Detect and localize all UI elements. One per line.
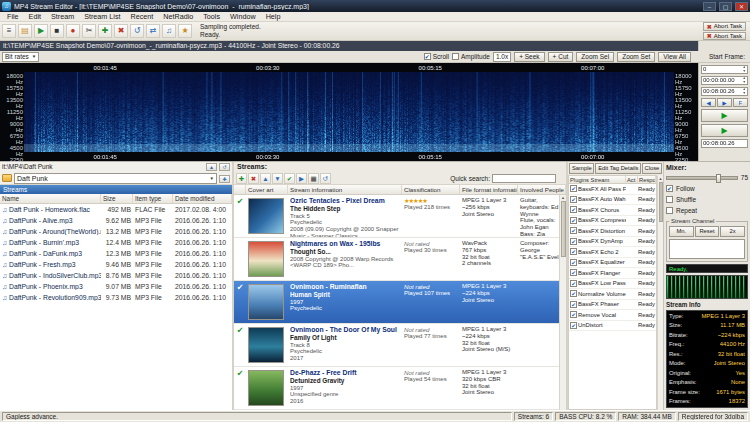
plugin-checkbox[interactable]: ✔ [570, 311, 577, 318]
abort-task-button-1[interactable]: ✖Abort Task [703, 22, 746, 31]
scrollbar-thumb[interactable] [561, 201, 566, 257]
end-time-input[interactable]: 00:08:00.26▲▼ [701, 87, 748, 96]
minimize-button[interactable]: – [703, 2, 716, 11]
rating[interactable]: ★★★★★ [404, 197, 458, 204]
file-row[interactable]: ♫ DaftPunk - Phoenix.mp3 9.07 MB MP3 Fil… [0, 281, 232, 292]
plugin-checkbox[interactable]: ✔ [570, 269, 577, 276]
file-row[interactable]: ♫ DaftPunk - Fresh.mp3 9.46 MB MP3 File … [0, 259, 232, 270]
close-panel-button[interactable]: Close [642, 163, 663, 174]
scroll-up-icon[interactable]: ▲ [561, 195, 565, 200]
seek-button[interactable]: + Seek [514, 52, 544, 62]
plugin-checkbox[interactable]: ✔ [570, 196, 577, 203]
col-date[interactable]: Date modified [173, 194, 232, 203]
col-check[interactable] [234, 185, 246, 194]
plugin-checkbox[interactable]: ✔ [570, 301, 577, 308]
file-row[interactable]: ♫ DaftPunk - Burnin'.mp3 12.4 MB MP3 Fil… [0, 237, 232, 248]
amplitude-checkbox[interactable]: Amplitude [452, 53, 490, 60]
refresh-icon[interactable]: ↺ [130, 24, 144, 38]
close-button[interactable]: ✕ [735, 2, 748, 11]
spectrogram-canvas[interactable] [24, 72, 674, 152]
add-icon[interactable]: ✚ [98, 24, 112, 38]
refresh-list-icon[interactable]: ↺ [320, 173, 331, 184]
menu-icon[interactable]: ≡ [2, 24, 16, 38]
delete-icon[interactable]: ✖ [114, 24, 128, 38]
plugin-checkbox[interactable]: ✔ [570, 238, 577, 245]
plugin-row[interactable]: ✔ UnDistort Ready [569, 321, 656, 332]
col-name[interactable]: Name [0, 194, 101, 203]
check-all-icon[interactable]: ✔ [284, 173, 295, 184]
repeat-checkbox[interactable]: Repeat [666, 206, 748, 215]
plugin-row[interactable]: ✔ BassFX Compressor Ready [569, 216, 656, 227]
start-time-input[interactable]: 00:00:00.00▲▼ [701, 76, 748, 85]
remove-stream-icon[interactable]: ✖ [248, 173, 259, 184]
shuffle-checkbox[interactable]: Shuffle [666, 195, 748, 204]
channel-listbox[interactable] [669, 239, 745, 259]
plugin-row[interactable]: ✔ BassFX Flanger Ready [569, 268, 656, 279]
scroll-up-icon[interactable]: ▲ [659, 176, 663, 181]
plugin-row[interactable]: ✔ BassFX All Pass Filter Ready [569, 184, 656, 195]
plugin-checkbox[interactable]: ✔ [570, 227, 577, 234]
plugin-checkbox[interactable]: ✔ [570, 217, 577, 224]
folder-select[interactable]: Daft Punk▼ [14, 173, 217, 184]
plugin-checkbox[interactable]: ✔ [570, 206, 577, 213]
stop-icon[interactable]: ■ [50, 24, 64, 38]
double-speed-button[interactable]: 2x [720, 226, 745, 237]
start-frame-input[interactable]: 0▲▼ [701, 65, 748, 74]
menu-edit[interactable]: Edit [24, 12, 46, 22]
open-folder-icon[interactable]: ▤ [18, 24, 32, 38]
add-stream-icon[interactable]: ✚ [236, 173, 247, 184]
rating[interactable]: Not rated [404, 240, 458, 247]
music-note-icon[interactable]: ♫ [162, 24, 176, 38]
zoom-value-input[interactable]: 1.0x [493, 52, 511, 62]
plugin-row[interactable]: ✔ BassFX Auto Wah Ready [569, 195, 656, 206]
plugins-scrollbar[interactable]: ▲ [657, 176, 663, 410]
next-frame-button[interactable]: ▶ [717, 98, 732, 107]
file-row[interactable]: ♫ Daft Punk - Homework.flac 492 MB FLAC … [0, 204, 232, 215]
plugin-row[interactable]: ✔ Remove Vocal Ready [569, 310, 656, 321]
scrollbar-thumb[interactable] [659, 182, 663, 222]
menu-recent[interactable]: Recent [126, 12, 159, 22]
plugin-checkbox[interactable]: ✔ [570, 280, 577, 287]
sample-button[interactable]: Sample [569, 163, 594, 174]
plugin-checkbox[interactable]: ✔ [570, 185, 577, 192]
plugin-row[interactable]: ✔ Normalize Volume Ready [569, 289, 656, 300]
scroll-checkbox[interactable]: ✔Scroll [424, 53, 449, 60]
menu-file[interactable]: File [2, 12, 24, 22]
abort-task-button-2[interactable]: ✖Abort Task [703, 32, 746, 41]
swap-icon[interactable]: ⇄ [146, 24, 160, 38]
volume-slider[interactable] [666, 176, 738, 180]
col-type[interactable]: Item type [133, 194, 173, 203]
spinner-icon[interactable]: ▲▼ [743, 66, 746, 73]
prev-frame-button[interactable]: ◀ [701, 98, 716, 107]
col-file-format[interactable]: File format information [460, 185, 518, 194]
bitrates-select[interactable]: Bit rates▼ [2, 52, 39, 62]
rating[interactable]: Not rated [404, 369, 458, 376]
plugin-row[interactable]: ✔ BassFX Echo 2 Ready [569, 247, 656, 258]
fade-button[interactable]: F [733, 98, 748, 107]
file-row[interactable]: ♫ DaftPunk - DaFunk.mp3 12.3 MB MP3 File… [0, 248, 232, 259]
play-stream-icon[interactable]: ▶ [296, 173, 307, 184]
edit-tag-details-button[interactable]: Edit Tag Details [595, 163, 640, 174]
col-plugins-stream[interactable]: Plugins Stream [569, 176, 626, 183]
record-icon[interactable]: ● [66, 24, 80, 38]
plugin-row[interactable]: ✔ BassFX Phaser Ready [569, 300, 656, 311]
streams-scrollbar[interactable]: ▲ [559, 195, 566, 410]
follow-checkbox[interactable]: ✔Follow [666, 184, 748, 193]
play-selection-button[interactable]: ▶ [701, 109, 748, 122]
file-row[interactable]: ♫ DaftPunk - IndoSilverClub.mp3 8.76 MB … [0, 270, 232, 281]
cut-icon[interactable]: ✂ [82, 24, 96, 38]
col-involved-people[interactable]: Involved People [518, 185, 566, 194]
move-down-icon[interactable]: ▼ [272, 173, 283, 184]
stream-row[interactable]: ✔ Ovnimoon - The Door Of My Soul Family … [234, 324, 566, 367]
menu-tools[interactable]: Tools [198, 12, 225, 22]
plugin-row[interactable]: ✔ BassFX Low Pass Filter Ready [569, 279, 656, 290]
col-classification[interactable]: Classification [402, 185, 460, 194]
zoom-sel-button[interactable]: Zoom Sel [576, 52, 614, 62]
menu-window[interactable]: Window [225, 12, 261, 22]
view-all-button[interactable]: View All [658, 52, 691, 62]
browser-up-icon[interactable]: ▲ [206, 163, 217, 171]
col-stream-information[interactable]: Stream information [288, 185, 402, 194]
plugin-checkbox[interactable]: ✔ [570, 248, 577, 255]
stream-row[interactable]: ✔ Ovnimoon - Ruminaflan Human Spirit 199… [234, 281, 566, 324]
streams-tab[interactable]: Streams [0, 185, 232, 194]
